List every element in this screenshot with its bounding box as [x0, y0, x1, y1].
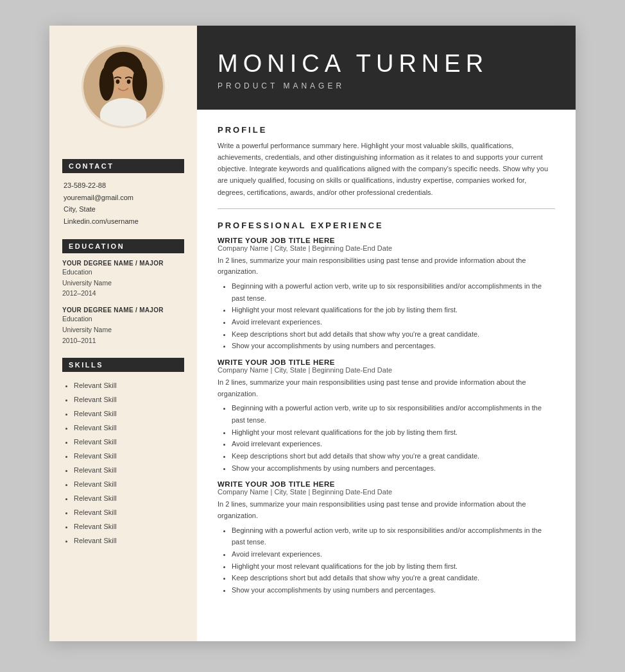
profile-section-title: PROFILE — [218, 125, 555, 135]
job-meta: Company Name | City, State | Beginning D… — [218, 488, 555, 496]
skill-item: Relevant Skill — [74, 463, 184, 477]
skill-item: Relevant Skill — [74, 435, 184, 449]
skill-item: Relevant Skill — [74, 491, 184, 505]
name-header: MONICA TURNER PRODUCT MANAGER — [197, 26, 576, 110]
edu2-label: Education — [62, 314, 184, 324]
skill-item: Relevant Skill — [74, 392, 184, 407]
svg-point-8 — [116, 80, 120, 84]
photo-area — [49, 26, 197, 141]
job-bullet: Beginning with a powerful action verb, w… — [232, 525, 555, 548]
candidate-title: PRODUCT MANAGER — [218, 81, 555, 90]
profile-text: Write a powerful performance summary her… — [218, 140, 555, 198]
main-content: MONICA TURNER PRODUCT MANAGER PROFILE Wr… — [197, 26, 576, 641]
job-bullets-list: Beginning with a powerful action verb, w… — [218, 525, 555, 596]
edu2-degree: YOUR DEGREE NAME / MAJOR — [62, 307, 184, 314]
svg-point-4 — [99, 67, 114, 101]
education-header: EDUCATION — [62, 239, 184, 253]
edu2-uni: University Name — [62, 324, 184, 335]
skill-item: Relevant Skill — [74, 477, 184, 491]
job-bullet: Show your accomplishments by using numbe… — [232, 340, 555, 352]
job-block: WRITE YOUR JOB TITLE HERECompany Name | … — [218, 358, 555, 474]
job-bullet: Avoid irrelevant experiences. — [232, 316, 555, 328]
job-bullet: Highlight your most relevant qualificati… — [232, 560, 555, 573]
skill-item: Relevant Skill — [74, 519, 184, 533]
job-title: WRITE YOUR JOB TITLE HERE — [218, 237, 555, 244]
contact-header: CONTACT — [62, 159, 184, 173]
skill-item: Relevant Skill — [74, 505, 184, 519]
sidebar: CONTACT 23-589-22-88 youremail@gmail.com… — [49, 26, 197, 641]
edu1-degree: YOUR DEGREE NAME / MAJOR — [62, 260, 184, 267]
contact-phone: 23-589-22-88 — [64, 180, 184, 192]
job-title: WRITE YOUR JOB TITLE HERE — [218, 358, 555, 366]
section-divider — [218, 208, 555, 209]
job-bullets-list: Beginning with a powerful action verb, w… — [218, 402, 555, 474]
education-block-1: YOUR DEGREE NAME / MAJOR Education Unive… — [62, 260, 184, 299]
contact-email: youremail@gmail.com — [64, 192, 184, 204]
job-bullet: Avoid irrelevant experiences. — [232, 438, 555, 450]
job-description: In 2 lines, summarize your main responsi… — [218, 377, 555, 399]
skill-item: Relevant Skill — [74, 378, 184, 392]
candidate-name: MONICA TURNER — [218, 50, 555, 78]
edu2-years: 2010–2011 — [62, 335, 184, 346]
jobs-container: WRITE YOUR JOB TITLE HERECompany Name | … — [218, 237, 555, 596]
skill-item: Relevant Skill — [74, 449, 184, 463]
skill-item: Relevant Skill — [74, 407, 184, 421]
job-description: In 2 lines, summarize your main responsi… — [218, 499, 555, 521]
svg-point-5 — [132, 67, 147, 101]
main-body: PROFILE Write a powerful performance sum… — [197, 110, 576, 641]
svg-point-9 — [127, 80, 131, 84]
job-meta: Company Name | City, State | Beginning D… — [218, 366, 555, 374]
job-meta: Company Name | City, State | Beginning D… — [218, 244, 555, 252]
job-bullet: Keep descriptions short but add details … — [232, 572, 555, 584]
contact-info: 23-589-22-88 youremail@gmail.com City, S… — [62, 180, 184, 228]
job-bullet: Show your accomplishments by using numbe… — [232, 462, 555, 475]
job-bullets-list: Beginning with a powerful action verb, w… — [218, 280, 555, 352]
education-block-2: YOUR DEGREE NAME / MAJOR Education Unive… — [62, 307, 184, 346]
job-block: WRITE YOUR JOB TITLE HERECompany Name | … — [218, 480, 555, 596]
job-title: WRITE YOUR JOB TITLE HERE — [218, 480, 555, 488]
skills-header: SKILLS — [62, 358, 184, 372]
contact-location: City, State — [64, 203, 184, 215]
edu1-uni: University Name — [62, 278, 184, 289]
job-bullet: Keep descriptions short but add details … — [232, 328, 555, 340]
job-bullet: Beginning with a powerful action verb, w… — [232, 402, 555, 426]
job-block: WRITE YOUR JOB TITLE HERECompany Name | … — [218, 237, 555, 352]
sidebar-sections: CONTACT 23-589-22-88 youremail@gmail.com… — [49, 141, 197, 548]
skills-list: Relevant SkillRelevant SkillRelevant Ski… — [62, 378, 184, 548]
skill-item: Relevant Skill — [74, 533, 184, 548]
profile-photo — [81, 45, 165, 128]
edu1-label: Education — [62, 267, 184, 278]
job-bullet: Highlight your most relevant qualificati… — [232, 426, 555, 439]
job-bullet: Beginning with a powerful action verb, w… — [232, 280, 555, 304]
resume-document: CONTACT 23-589-22-88 youremail@gmail.com… — [49, 26, 576, 641]
job-bullet: Avoid irrelevant experiences. — [232, 548, 555, 560]
edu1-years: 2012–2014 — [62, 288, 184, 299]
skill-item: Relevant Skill — [74, 421, 184, 435]
job-bullet: Show your accomplishments by using numbe… — [232, 584, 555, 596]
job-description: In 2 lines, summarize your main responsi… — [218, 255, 555, 278]
job-bullet: Keep descriptions short but add details … — [232, 450, 555, 462]
contact-linkedin: Linkedin.com/username — [64, 215, 184, 228]
experience-section-title: PROFESSIONAL EXPERIENCE — [218, 221, 555, 230]
job-bullet: Highlight your most relevant qualificati… — [232, 304, 555, 316]
